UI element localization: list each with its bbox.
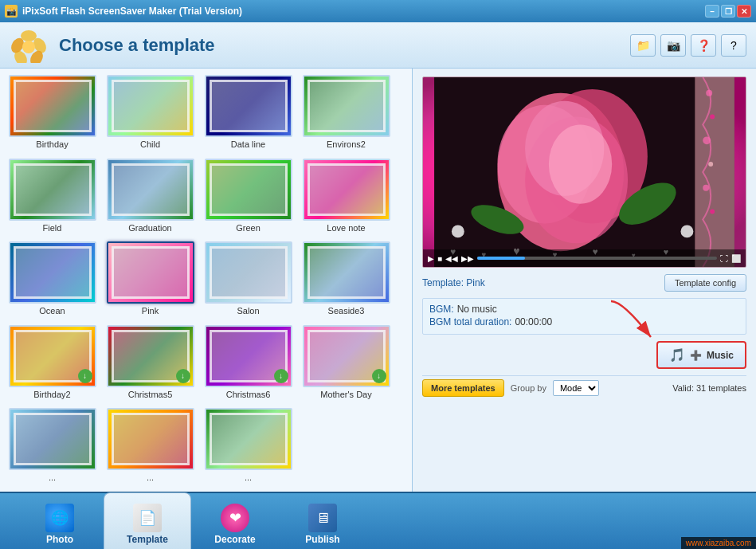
nav-item-decorate[interactable]: ❤ Decorate — [191, 492, 279, 549]
nav-item-template[interactable]: 📄 Template — [104, 492, 191, 549]
restore-button[interactable]: ❐ — [721, 5, 735, 18]
template-item-field[interactable]: Field — [6, 159, 98, 236]
template-thumb-environs2 — [303, 75, 390, 137]
music-button-label: Music — [707, 350, 734, 361]
template-label-more1: ... — [49, 473, 56, 482]
svg-rect-15 — [695, 77, 734, 267]
download-arrow-birthday2: ↓ — [78, 369, 92, 383]
folder-tool-button[interactable]: 📁 — [630, 34, 656, 57]
template-item-mothersday[interactable]: ↓Mother's Day — [300, 325, 392, 402]
template-label-graduation: Graduation — [128, 223, 171, 233]
photo-nav-icon: 🌐 — [45, 504, 74, 532]
template-item-green[interactable]: Green — [202, 159, 294, 236]
svg-point-19 — [708, 162, 713, 167]
template-item-christmas5[interactable]: ↓Christmas5 — [104, 325, 196, 402]
svg-point-5 — [22, 41, 35, 53]
svg-point-16 — [706, 90, 712, 96]
template-label-ocean: Ocean — [39, 306, 65, 316]
template-item-lovenote[interactable]: Love note — [300, 159, 392, 236]
template-item-environs2[interactable]: Environs2 — [300, 75, 392, 152]
valid-count-label: Valid: 31 templates — [672, 383, 746, 393]
next-button[interactable]: ▶▶ — [461, 254, 474, 263]
template-label-dataline: Data line — [231, 139, 265, 149]
template-item-salon[interactable]: Salon — [202, 241, 294, 319]
template-label-pink: Pink — [142, 306, 159, 316]
template-frame-birthday — [14, 80, 92, 132]
more-templates-button[interactable]: More templates — [422, 379, 504, 397]
template-item-dataline[interactable]: Data line — [202, 75, 294, 152]
template-grid: BirthdayChildData lineEnvirons2FieldGrad… — [6, 75, 405, 485]
download-arrow-christmas6: ↓ — [274, 369, 288, 383]
template-thumb-more1 — [9, 408, 96, 470]
svg-point-0 — [21, 30, 37, 41]
nav-item-photo[interactable]: 🌐 Photo — [16, 492, 104, 549]
template-item-seaside3[interactable]: Seaside3 — [300, 241, 392, 319]
red-arrow — [607, 297, 679, 345]
svg-point-21 — [710, 210, 715, 214]
template-frame-graduation — [112, 163, 190, 216]
template-label-seaside3: Seaside3 — [328, 306, 365, 316]
template-thumb-graduation — [107, 159, 194, 221]
nav-label-publish: Publish — [305, 534, 339, 545]
main-content: BirthdayChildData lineEnvirons2FieldGrad… — [0, 69, 756, 492]
svg-point-20 — [703, 185, 709, 191]
close-button[interactable]: ✕ — [737, 5, 751, 18]
decorate-nav-icon: ❤ — [221, 504, 249, 532]
download-arrow-christmas5: ↓ — [176, 369, 190, 383]
template-frame-child — [112, 80, 190, 132]
template-item-birthday[interactable]: Birthday — [6, 75, 98, 152]
music-button[interactable]: 🎵 ➕ Music — [656, 341, 746, 369]
bgm-row-1: BGM: No music — [429, 304, 739, 315]
svg-point-17 — [710, 115, 715, 120]
help-tool-button[interactable]: ❓ — [691, 34, 716, 57]
bgm-label: BGM: — [429, 304, 454, 315]
stop-button[interactable]: ■ — [437, 254, 442, 263]
play-button[interactable]: ▶ — [428, 254, 434, 263]
group-by-select[interactable]: Mode — [553, 380, 599, 396]
template-config-button[interactable]: Template config — [664, 274, 746, 292]
minimize-button[interactable]: – — [705, 5, 719, 18]
template-frame-more3 — [210, 413, 288, 465]
photo-tool-button[interactable]: 📷 — [660, 34, 686, 57]
template-frame-ocean — [14, 246, 92, 299]
template-frame-green — [210, 163, 288, 216]
bgm-section: BGM: No music BGM total duration: 00:00:… — [422, 298, 746, 335]
template-item-birthday2[interactable]: ↓Birthday2 — [6, 325, 98, 402]
template-thumb-seaside3 — [303, 241, 390, 304]
bottom-nav: 🌐 Photo 📄 Template ❤ Decorate 🖥 Publish … — [0, 492, 756, 549]
template-item-pink[interactable]: Pink — [104, 241, 196, 319]
template-label-more2: ... — [147, 473, 154, 482]
template-label-more3: ... — [245, 473, 252, 482]
template-label-green: Green — [236, 223, 260, 233]
template-frame-field — [14, 163, 92, 216]
template-item-more2[interactable]: ... — [104, 408, 196, 485]
template-frame-environs2 — [307, 80, 386, 132]
template-thumb-more3 — [205, 408, 292, 470]
template-item-more3[interactable]: ... — [202, 408, 294, 485]
svg-point-12 — [549, 125, 612, 204]
right-panel: ♥ ♥ ♥ ♥ ♥ ♥ ♥ ▶ ■ ◀◀ ▶▶ ⛶ ⬜ — [413, 69, 756, 492]
template-label-mothersday: Mother's Day — [320, 390, 371, 399]
template-label-birthday2: Birthday2 — [33, 390, 70, 399]
svg-point-29 — [452, 225, 464, 237]
template-item-christmas6[interactable]: ↓Christmas6 — [202, 325, 294, 402]
template-frame-seaside3 — [307, 246, 386, 299]
music-note-icon: 🎵 — [669, 347, 685, 363]
template-thumb-birthday2: ↓ — [9, 325, 96, 387]
info-tool-button[interactable]: ? — [721, 34, 746, 57]
fullscreen-button[interactable]: ⛶ — [720, 254, 728, 263]
template-item-graduation[interactable]: Graduation — [104, 159, 196, 236]
template-item-ocean[interactable]: Ocean — [6, 241, 98, 319]
app-logo — [10, 28, 48, 63]
expand-button[interactable]: ⬜ — [731, 254, 741, 263]
template-thumb-birthday — [9, 75, 96, 137]
playbar-progress — [477, 257, 717, 260]
header-tools: 📁 📷 ❓ ? — [630, 34, 746, 57]
nav-item-publish[interactable]: 🖥 Publish — [279, 492, 366, 549]
template-item-more1[interactable]: ... — [6, 408, 98, 485]
template-thumb-salon — [205, 241, 292, 304]
template-item-child[interactable]: Child — [104, 75, 196, 152]
prev-button[interactable]: ◀◀ — [445, 254, 458, 263]
title-bar-left: 📸 iPixSoft Flash ScreenSaver Maker (Tria… — [5, 5, 242, 18]
publish-nav-icon: 🖥 — [308, 504, 337, 532]
